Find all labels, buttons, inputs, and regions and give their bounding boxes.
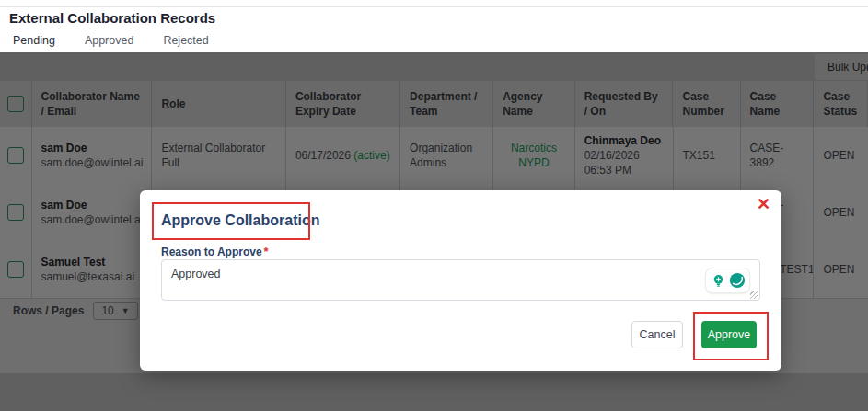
top-divider [0, 6, 868, 7]
lightbulb-plus-icon[interactable] [711, 273, 726, 289]
approve-button[interactable]: Approve [701, 321, 757, 348]
extension-icons [705, 268, 750, 293]
page-title: External Collaboration Records [9, 10, 215, 26]
modal-title: Approve Collaboration [161, 212, 319, 229]
assistant-circle-icon[interactable] [729, 272, 746, 289]
external-collaboration-screen: External Collaboration Records Pending A… [0, 0, 868, 411]
reason-label: Reason to Approve* [161, 245, 269, 258]
approve-collaboration-modal: ✕ Approve Collaboration Reason to Approv… [140, 190, 781, 371]
textarea-resize-handle[interactable] [750, 291, 758, 299]
close-icon[interactable]: ✕ [757, 196, 770, 212]
required-asterisk: * [264, 245, 269, 258]
modal-button-row: Cancel Approve [140, 321, 781, 348]
cancel-button[interactable]: Cancel [631, 321, 683, 348]
reason-input[interactable]: Approved [161, 259, 760, 301]
